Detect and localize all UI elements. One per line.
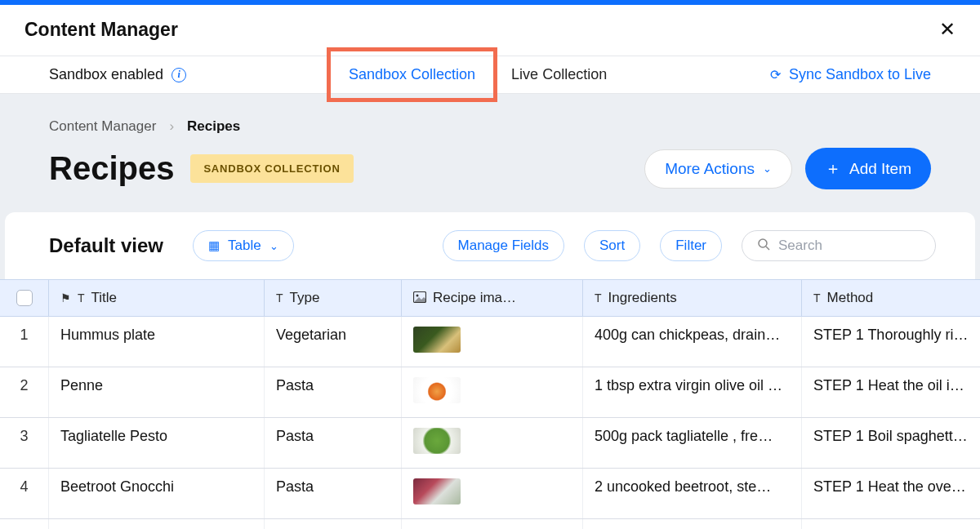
view-toolbar: Default view ▦ Table ⌄ Manage Fields Sor… <box>5 212 975 279</box>
cell-image[interactable] <box>402 519 583 529</box>
chevron-down-icon: ⌄ <box>270 240 278 252</box>
view-name: Default view <box>49 234 163 257</box>
col-title-label: Title <box>91 290 118 306</box>
cell-ingredients[interactable]: 2 uncooked beetroot, ste… <box>583 469 802 518</box>
cell-ingredients[interactable]: 500g pack tagliatelle , fre… <box>583 418 802 468</box>
recipe-thumb <box>413 428 461 454</box>
column-header-ingredients[interactable]: T Ingredients <box>583 280 802 316</box>
cell-method[interactable]: STEP 1 Put a large sauce <box>802 519 980 529</box>
col-type-label: Type <box>290 290 320 306</box>
cell-ingredients[interactable]: 1 tbsp olive oil 4 rashers s… <box>583 519 802 529</box>
cell-image[interactable] <box>402 469 583 518</box>
text-type-icon: T <box>276 291 283 305</box>
sync-sandbox-button[interactable]: ⟳ Sync Sandbox to Live <box>770 66 980 83</box>
cell-type[interactable]: Pasta <box>265 469 402 518</box>
row-number: 1 <box>0 317 49 367</box>
search-input[interactable] <box>778 238 920 254</box>
cell-title[interactable]: Penne <box>49 367 265 417</box>
cell-title[interactable]: Beetroot Gnocchi <box>49 469 265 518</box>
search-field[interactable] <box>742 230 936 261</box>
cell-method[interactable]: STEP 1 Heat the oil in a f <box>802 367 980 417</box>
select-all-checkbox[interactable] <box>16 290 33 306</box>
cell-method[interactable]: STEP 1 Thoroughly rinse <box>802 317 980 367</box>
cell-image[interactable] <box>402 317 583 367</box>
breadcrumb-current: Recipes <box>187 118 240 135</box>
collection-title: Recipes <box>49 150 174 187</box>
text-type-icon: T <box>813 291 821 305</box>
cell-type[interactable]: Vegetarian <box>265 317 402 367</box>
column-header-image[interactable]: Recipe ima… <box>402 280 583 316</box>
more-actions-label: More Actions <box>665 160 755 178</box>
body-area: Content Manager › Recipes Recipes SANDBO… <box>0 94 980 513</box>
grid-header: ⚑ T Title T Type Recipe ima… T Ingredien… <box>0 279 980 317</box>
column-header-method[interactable]: T Method <box>802 280 980 316</box>
filter-button[interactable]: Filter <box>660 230 722 261</box>
page-title: Content Manager <box>24 19 178 41</box>
cell-type[interactable]: Pasta <box>265 367 402 417</box>
row-number: 4 <box>0 469 49 518</box>
plus-icon: ＋ <box>825 158 841 180</box>
row-number: 3 <box>0 418 49 468</box>
tab-live-collection[interactable]: Live Collection <box>493 51 625 98</box>
tab-sandbox-collection[interactable]: Sandbox Collection <box>327 47 497 102</box>
sandbox-collection-badge: SANDBOX COLLECTION <box>190 154 353 183</box>
close-icon[interactable]: ✕ <box>939 18 956 41</box>
pin-icon: ⚑ <box>60 291 71 305</box>
more-actions-button[interactable]: More Actions ⌄ <box>644 149 792 189</box>
cell-image[interactable] <box>402 367 583 417</box>
column-header-title[interactable]: ⚑ T Title <box>49 280 265 316</box>
text-type-icon: T <box>595 291 602 305</box>
select-all-cell <box>0 280 49 316</box>
cell-type[interactable]: Pasta <box>265 418 402 468</box>
col-method-label: Method <box>827 290 874 306</box>
add-item-button[interactable]: ＋ Add Item <box>805 148 931 189</box>
search-icon <box>757 238 770 254</box>
breadcrumb: Content Manager › Recipes <box>0 118 980 148</box>
sort-button[interactable]: Sort <box>584 230 640 261</box>
hero-actions: More Actions ⌄ ＋ Add Item <box>644 148 931 189</box>
text-type-icon: T <box>78 291 85 305</box>
cell-method[interactable]: STEP 1 Heat the oven to <box>802 469 980 518</box>
row-number: 2 <box>0 367 49 417</box>
table-row[interactable]: 4 Beetroot Gnocchi Pasta 2 uncooked beet… <box>0 469 980 519</box>
chevron-right-icon: › <box>169 118 174 135</box>
row-number: 5 <box>0 519 49 529</box>
table-icon: ▦ <box>208 238 220 253</box>
sandbox-enabled-label: Sandbox enabled <box>49 66 163 83</box>
table-row[interactable]: 2 Penne Pasta 1 tbsp extra virgin olive … <box>0 367 980 418</box>
cell-image[interactable] <box>402 418 583 468</box>
hero-left: Recipes SANDBOX COLLECTION <box>49 150 354 187</box>
info-icon[interactable]: i <box>172 68 186 82</box>
image-type-icon <box>413 291 426 305</box>
cell-ingredients[interactable]: 1 tbsp extra virgin olive oil … <box>583 367 802 417</box>
cell-ingredients[interactable]: 400g can chickpeas, drain… <box>583 317 802 367</box>
sandbox-status: Sandbox enabled i <box>49 66 186 83</box>
view-mode-dropdown[interactable]: ▦ Table ⌄ <box>193 230 294 261</box>
chevron-down-icon: ⌄ <box>763 162 772 175</box>
table-row[interactable]: 3 Tagliatelle Pesto Pasta 500g pack tagl… <box>0 418 980 469</box>
recipe-thumb <box>413 478 461 505</box>
col-ingredients-label: Ingredients <box>608 290 677 306</box>
recipe-thumb <box>413 377 461 403</box>
cell-type[interactable]: Pasta <box>265 519 402 529</box>
add-item-label: Add Item <box>849 160 911 178</box>
sync-label: Sync Sandbox to Live <box>789 66 931 83</box>
cell-title[interactable]: Hummus plate <box>49 317 265 367</box>
table-row[interactable]: 1 Hummus plate Vegetarian 400g can chick… <box>0 317 980 367</box>
cell-method[interactable]: STEP 1 Boil spaghetti in a <box>802 418 980 468</box>
breadcrumb-root[interactable]: Content Manager <box>49 118 156 135</box>
svg-point-3 <box>416 294 419 296</box>
sync-icon: ⟳ <box>770 67 781 82</box>
svg-point-0 <box>759 239 767 247</box>
view-mode-label: Table <box>228 238 261 254</box>
data-grid: ⚑ T Title T Type Recipe ima… T Ingredien… <box>0 279 980 529</box>
col-image-label: Recipe ima… <box>433 290 516 306</box>
cell-title[interactable]: Spaghetti Bolognese <box>49 519 265 529</box>
table-row[interactable]: 5 Spaghetti Bolognese Pasta 1 tbsp olive… <box>0 519 980 529</box>
manage-fields-button[interactable]: Manage Fields <box>443 230 565 261</box>
subheader: Sandbox enabled i Sandbox Collection Liv… <box>0 56 980 94</box>
cell-title[interactable]: Tagliatelle Pesto <box>49 418 265 468</box>
column-header-type[interactable]: T Type <box>265 280 402 316</box>
recipe-thumb <box>413 327 461 353</box>
svg-line-1 <box>766 247 769 250</box>
